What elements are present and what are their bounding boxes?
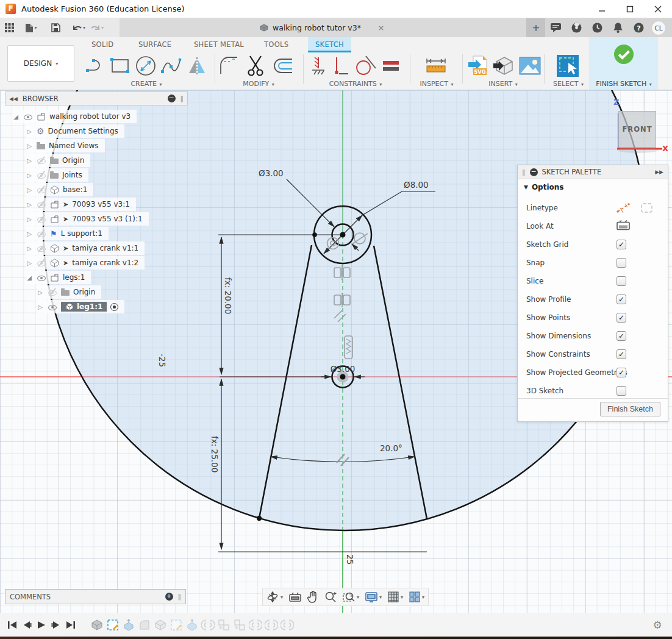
notifications-bell-icon[interactable] [607, 18, 628, 37]
panel-grip[interactable]: ‖ [178, 593, 182, 601]
sketch-grid-checkbox[interactable]: ✓ [617, 240, 626, 249]
browser-item-joints[interactable]: ▷ Joints [26, 168, 88, 182]
construction-linetype-icon[interactable] [617, 202, 631, 214]
timeline-feature-joint-2[interactable] [248, 618, 263, 632]
visibility-eye-off-icon[interactable] [37, 200, 46, 209]
show-projected-checkbox[interactable]: ✓ [617, 368, 626, 377]
browser-item-70093-2[interactable]: ▷ ➤ 70093 v55 v3 (1):1 [26, 212, 149, 226]
browser-item-base[interactable]: ▷ base:1 [26, 183, 93, 196]
tab-sheet-metal[interactable]: SHEET METAL [194, 37, 244, 52]
equal-constraint-icon[interactable] [379, 54, 402, 77]
orbit-tool[interactable]: ▾ [266, 591, 283, 603]
look-at-tool[interactable] [289, 592, 301, 602]
browser-item-leg1-selected[interactable]: ▷ leg1:1 [37, 300, 124, 313]
finish-sketch-palette-button[interactable]: Finish Sketch [600, 402, 660, 416]
viewcube-x-label[interactable]: X [662, 144, 668, 153]
viewcube-z-label[interactable]: Z [613, 98, 619, 107]
expand-comments-icon[interactable]: + [165, 593, 173, 601]
timeline-feature-joint-4[interactable] [280, 618, 295, 632]
comments-icon[interactable] [545, 18, 566, 37]
timeline-feature-sketch-active[interactable] [105, 618, 120, 632]
visibility-eye-off-icon[interactable] [48, 288, 57, 296]
tab-close-icon[interactable]: × [376, 23, 386, 32]
timeline-feature-joint-1[interactable] [201, 618, 215, 632]
viewcube-front-face[interactable]: FRONT [618, 111, 656, 148]
selected-item-highlight[interactable]: leg1:1 [61, 302, 107, 312]
visibility-eye-off-icon[interactable] [37, 229, 46, 238]
timeline-feature-fillet[interactable] [137, 618, 152, 632]
tab-surface[interactable]: SURFACE [138, 37, 171, 52]
sketch-point[interactable] [312, 232, 317, 237]
browser-item-document-settings[interactable]: ▷⚙ Document Settings [26, 124, 124, 138]
palette-options-section[interactable]: ▼ Options [518, 179, 668, 195]
finish-sketch-button[interactable]: FINISH SKETCH ▾ [589, 37, 658, 90]
browser-item-tamiya-1[interactable]: ▷ ➤ tamiya crank v1:1 [26, 241, 145, 255]
browser-item-named-views[interactable]: ▷ Named Views [26, 139, 105, 152]
browser-item-tamiya-2[interactable]: ▷ ➤ tamiya crank v1:2 [26, 256, 145, 270]
dim-25-label[interactable]: fx: 25.00 [210, 436, 220, 473]
rectangle-tool-icon[interactable] [109, 54, 132, 77]
visibility-eye-icon[interactable] [48, 302, 57, 311]
expand-panel-icon[interactable]: ▶▶ [655, 169, 663, 175]
measure-tool-icon[interactable] [424, 54, 448, 77]
snap-checkbox[interactable] [617, 258, 626, 268]
slice-checkbox[interactable] [617, 276, 626, 286]
hide-panel-icon[interactable]: − [530, 168, 538, 176]
timeline-go-to-end[interactable] [63, 618, 78, 632]
top-center-point[interactable] [340, 232, 346, 238]
group-constraints[interactable]: CONSTRAINTS ▾ [329, 80, 382, 88]
file-menu-button[interactable]: ▾ [22, 20, 40, 36]
timeline-settings-gear-icon[interactable]: ⚙ [650, 618, 665, 632]
group-create[interactable]: CREATE ▾ [130, 80, 162, 88]
visibility-eye-icon[interactable] [37, 273, 46, 282]
leg-bottom-point[interactable] [257, 516, 262, 521]
document-tab[interactable]: walking robot tutor v3* × [120, 18, 527, 37]
grid-settings[interactable]: ▾ [388, 591, 403, 602]
timeline-feature-sketch-2[interactable] [169, 618, 184, 632]
timeline-go-to-start[interactable] [5, 618, 20, 632]
timeline-feature-body[interactable] [90, 618, 104, 632]
fix-constraint-icon[interactable] [307, 54, 330, 77]
mirror-tool-icon[interactable] [186, 54, 209, 77]
minimize-button[interactable] [588, 0, 616, 18]
viewports[interactable]: ▾ [409, 591, 424, 602]
spline-tool-icon[interactable] [160, 54, 183, 77]
visibility-eye-off-icon[interactable] [37, 185, 46, 194]
browser-item-origin[interactable]: ▷ Origin [26, 154, 90, 167]
visibility-eye-off-icon[interactable] [37, 259, 46, 267]
group-select[interactable]: SELECT ▾ [553, 80, 584, 88]
visibility-eye-off-icon[interactable] [37, 171, 46, 179]
fillet-tool-icon[interactable] [218, 54, 241, 77]
show-dimensions-checkbox[interactable]: ✓ [617, 331, 626, 341]
maximize-button[interactable] [616, 0, 644, 18]
visibility-eye-off-icon[interactable] [37, 156, 46, 165]
dim-d3-top-label[interactable]: Ø3.00 [259, 168, 284, 178]
help-icon[interactable]: ? [628, 18, 649, 37]
visibility-eye-off-icon[interactable] [37, 215, 46, 223]
dim-angle-label[interactable]: 20.0° [380, 443, 402, 453]
panel-grip[interactable]: ‖ [181, 95, 184, 102]
tab-solid[interactable]: SOLID [91, 37, 114, 52]
collapse-panel-icon[interactable]: ◀◀ [9, 96, 18, 102]
extensions-icon[interactable] [566, 18, 587, 37]
close-button[interactable] [644, 0, 672, 18]
dim-20-label[interactable]: fx: 20.00 [223, 277, 233, 314]
sketch-canvas[interactable]: fx: 20.00 fx: 25.00 Ø3.00 Ø8.00 Ø3.00 20… [0, 90, 672, 613]
look-at-icon[interactable] [617, 220, 630, 231]
insert-mesh-icon[interactable] [491, 54, 515, 77]
redo-button[interactable]: ▾ [88, 20, 106, 36]
offset-tool-icon[interactable] [271, 54, 294, 77]
insert-svg-icon[interactable]: SVG [466, 54, 489, 77]
palette-header[interactable]: ‖ − SKETCH PALETTE ▶▶ [518, 165, 668, 179]
group-modify[interactable]: MODIFY ▾ [243, 80, 274, 88]
dim-d3-mid-label[interactable]: Ø3.00 [331, 364, 356, 374]
save-button[interactable] [46, 20, 65, 36]
user-avatar[interactable]: CL [651, 21, 666, 35]
group-insert[interactable]: INSERT ▾ [488, 80, 517, 88]
zoom-tool[interactable] [324, 591, 337, 603]
centerline-linetype-icon[interactable] [640, 202, 654, 214]
hide-panel-icon[interactable]: − [168, 95, 176, 102]
line-tool-icon[interactable] [84, 54, 107, 77]
3d-sketch-checkbox[interactable] [617, 386, 626, 396]
timeline-feature-extrude[interactable] [121, 618, 136, 632]
